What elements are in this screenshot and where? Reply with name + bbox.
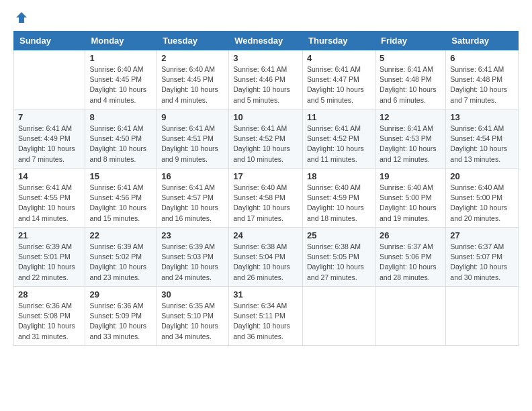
day-info: Sunrise: 6:39 AMSunset: 5:02 PMDaylight:…: [89, 242, 152, 283]
calendar-cell: 30Sunrise: 6:35 AMSunset: 5:10 PMDayligh…: [157, 287, 229, 346]
calendar-cell: 18Sunrise: 6:40 AMSunset: 4:59 PMDayligh…: [303, 169, 375, 228]
day-number: 5: [380, 53, 441, 63]
day-number: 18: [307, 171, 371, 181]
calendar-cell: 19Sunrise: 6:40 AMSunset: 5:00 PMDayligh…: [375, 169, 445, 228]
day-number: 30: [161, 289, 224, 300]
calendar-cell: 31Sunrise: 6:34 AMSunset: 5:11 PMDayligh…: [229, 287, 303, 346]
logo-icon: [15, 11, 28, 24]
calendar-cell: 5Sunrise: 6:41 AMSunset: 4:48 PMDaylight…: [375, 50, 445, 109]
day-info: Sunrise: 6:41 AMSunset: 4:51 PMDaylight:…: [161, 124, 224, 165]
day-number: 13: [450, 112, 514, 122]
day-info: Sunrise: 6:41 AMSunset: 4:48 PMDaylight:…: [450, 64, 514, 105]
calendar-cell: 28Sunrise: 6:36 AMSunset: 5:08 PMDayligh…: [14, 287, 85, 346]
svg-marker-0: [16, 12, 27, 23]
day-info: Sunrise: 6:39 AMSunset: 5:03 PMDaylight:…: [161, 242, 224, 283]
day-number: 25: [307, 230, 371, 240]
day-info: Sunrise: 6:40 AMSunset: 5:00 PMDaylight:…: [380, 183, 441, 224]
day-number: 7: [18, 112, 81, 122]
calendar-cell: 23Sunrise: 6:39 AMSunset: 5:03 PMDayligh…: [157, 228, 229, 287]
header: [13, 11, 519, 24]
calendar-cell: [14, 50, 85, 109]
day-info: Sunrise: 6:41 AMSunset: 4:46 PMDaylight:…: [233, 64, 298, 105]
calendar-cell: 26Sunrise: 6:37 AMSunset: 5:06 PMDayligh…: [375, 228, 445, 287]
day-info: Sunrise: 6:41 AMSunset: 4:57 PMDaylight:…: [161, 183, 224, 224]
calendar-cell: 3Sunrise: 6:41 AMSunset: 4:46 PMDaylight…: [229, 50, 303, 109]
column-header-wednesday: Wednesday: [229, 32, 303, 50]
calendar-cell: 6Sunrise: 6:41 AMSunset: 4:48 PMDaylight…: [446, 50, 519, 109]
calendar-cell: 10Sunrise: 6:41 AMSunset: 4:52 PMDayligh…: [229, 109, 303, 169]
calendar-cell: 7Sunrise: 6:41 AMSunset: 4:49 PMDaylight…: [14, 109, 85, 169]
calendar-cell: 29Sunrise: 6:36 AMSunset: 5:09 PMDayligh…: [85, 287, 157, 346]
day-number: 23: [161, 230, 224, 240]
day-info: Sunrise: 6:41 AMSunset: 4:52 PMDaylight:…: [307, 124, 371, 165]
day-info: Sunrise: 6:40 AMSunset: 4:58 PMDaylight:…: [233, 183, 298, 224]
calendar-cell: 8Sunrise: 6:41 AMSunset: 4:50 PMDaylight…: [85, 109, 157, 169]
day-info: Sunrise: 6:41 AMSunset: 4:54 PMDaylight:…: [450, 124, 514, 165]
calendar-cell: 22Sunrise: 6:39 AMSunset: 5:02 PMDayligh…: [85, 228, 157, 287]
day-number: 21: [18, 230, 81, 240]
calendar-header-row: SundayMondayTuesdayWednesdayThursdayFrid…: [14, 32, 519, 50]
day-info: Sunrise: 6:40 AMSunset: 4:59 PMDaylight:…: [307, 183, 371, 224]
column-header-monday: Monday: [85, 32, 157, 50]
day-number: 24: [233, 230, 298, 240]
calendar-table: SundayMondayTuesdayWednesdayThursdayFrid…: [13, 31, 519, 346]
column-header-tuesday: Tuesday: [157, 32, 229, 50]
page: SundayMondayTuesdayWednesdayThursdayFrid…: [0, 0, 532, 353]
day-number: 6: [450, 53, 514, 63]
calendar-cell: 11Sunrise: 6:41 AMSunset: 4:52 PMDayligh…: [303, 109, 375, 169]
calendar-cell: [303, 287, 375, 346]
calendar-week-row: 28Sunrise: 6:36 AMSunset: 5:08 PMDayligh…: [14, 287, 519, 346]
day-info: Sunrise: 6:41 AMSunset: 4:50 PMDaylight:…: [89, 124, 152, 165]
calendar-cell: 12Sunrise: 6:41 AMSunset: 4:53 PMDayligh…: [375, 109, 445, 169]
day-info: Sunrise: 6:34 AMSunset: 5:11 PMDaylight:…: [233, 301, 298, 342]
day-number: 22: [89, 230, 152, 240]
day-info: Sunrise: 6:38 AMSunset: 5:05 PMDaylight:…: [307, 242, 371, 283]
day-info: Sunrise: 6:41 AMSunset: 4:53 PMDaylight:…: [380, 124, 441, 165]
day-info: Sunrise: 6:41 AMSunset: 4:52 PMDaylight:…: [233, 124, 298, 165]
day-number: 17: [233, 171, 298, 181]
column-header-friday: Friday: [375, 32, 445, 50]
day-info: Sunrise: 6:40 AMSunset: 4:45 PMDaylight:…: [89, 64, 152, 105]
calendar-cell: 17Sunrise: 6:40 AMSunset: 4:58 PMDayligh…: [229, 169, 303, 228]
calendar-cell: 13Sunrise: 6:41 AMSunset: 4:54 PMDayligh…: [446, 109, 519, 169]
logo: [13, 11, 28, 24]
calendar-cell: 9Sunrise: 6:41 AMSunset: 4:51 PMDaylight…: [157, 109, 229, 169]
day-number: 19: [380, 171, 441, 181]
calendar-cell: 16Sunrise: 6:41 AMSunset: 4:57 PMDayligh…: [157, 169, 229, 228]
day-number: 29: [89, 289, 152, 300]
day-number: 11: [307, 112, 371, 122]
day-number: 8: [89, 112, 152, 122]
day-info: Sunrise: 6:37 AMSunset: 5:07 PMDaylight:…: [450, 242, 514, 283]
day-info: Sunrise: 6:39 AMSunset: 5:01 PMDaylight:…: [18, 242, 81, 283]
calendar-cell: 1Sunrise: 6:40 AMSunset: 4:45 PMDaylight…: [85, 50, 157, 109]
day-number: 28: [18, 289, 81, 300]
day-info: Sunrise: 6:36 AMSunset: 5:09 PMDaylight:…: [89, 301, 152, 342]
day-info: Sunrise: 6:40 AMSunset: 5:00 PMDaylight:…: [450, 183, 514, 224]
day-info: Sunrise: 6:36 AMSunset: 5:08 PMDaylight:…: [18, 301, 81, 342]
calendar-cell: [446, 287, 519, 346]
day-info: Sunrise: 6:41 AMSunset: 4:56 PMDaylight:…: [89, 183, 152, 224]
day-info: Sunrise: 6:41 AMSunset: 4:49 PMDaylight:…: [18, 124, 81, 165]
day-number: 16: [161, 171, 224, 181]
day-number: 26: [380, 230, 441, 240]
calendar-week-row: 21Sunrise: 6:39 AMSunset: 5:01 PMDayligh…: [14, 228, 519, 287]
day-number: 2: [161, 53, 224, 63]
day-info: Sunrise: 6:41 AMSunset: 4:48 PMDaylight:…: [380, 64, 441, 105]
day-number: 4: [307, 53, 371, 63]
column-header-sunday: Sunday: [14, 32, 85, 50]
day-info: Sunrise: 6:37 AMSunset: 5:06 PMDaylight:…: [380, 242, 441, 283]
day-number: 27: [450, 230, 514, 240]
calendar-cell: 15Sunrise: 6:41 AMSunset: 4:56 PMDayligh…: [85, 169, 157, 228]
calendar-week-row: 7Sunrise: 6:41 AMSunset: 4:49 PMDaylight…: [14, 109, 519, 169]
day-info: Sunrise: 6:35 AMSunset: 5:10 PMDaylight:…: [161, 301, 224, 342]
day-info: Sunrise: 6:41 AMSunset: 4:55 PMDaylight:…: [18, 183, 81, 224]
calendar-cell: 4Sunrise: 6:41 AMSunset: 4:47 PMDaylight…: [303, 50, 375, 109]
calendar-cell: 27Sunrise: 6:37 AMSunset: 5:07 PMDayligh…: [446, 228, 519, 287]
day-number: 31: [233, 289, 298, 300]
calendar-cell: 21Sunrise: 6:39 AMSunset: 5:01 PMDayligh…: [14, 228, 85, 287]
day-number: 9: [161, 112, 224, 122]
day-number: 10: [233, 112, 298, 122]
calendar-week-row: 1Sunrise: 6:40 AMSunset: 4:45 PMDaylight…: [14, 50, 519, 109]
day-info: Sunrise: 6:40 AMSunset: 4:45 PMDaylight:…: [161, 64, 224, 105]
calendar-cell: [375, 287, 445, 346]
